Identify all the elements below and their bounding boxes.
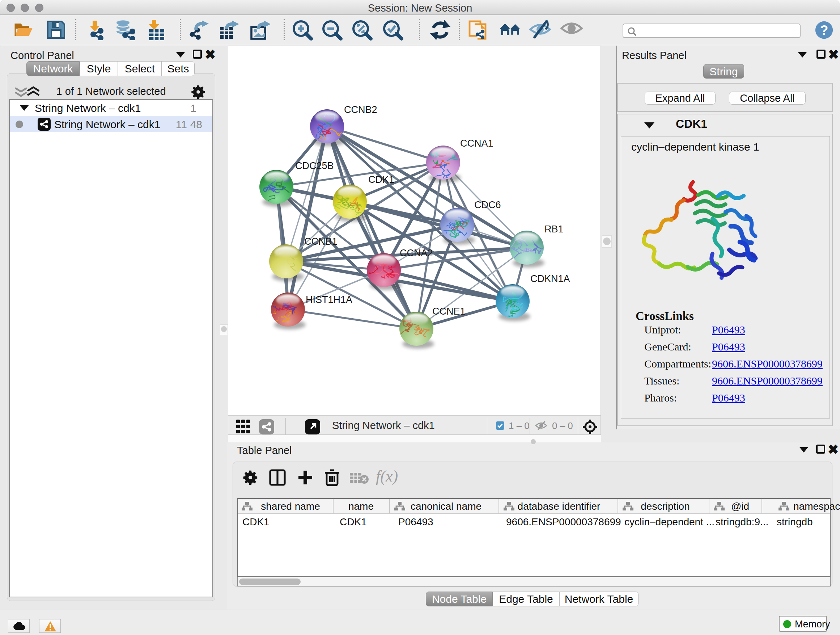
svg-text:CDK1: CDK1 (368, 174, 394, 185)
svg-text:CCNA1: CCNA1 (460, 138, 493, 149)
svg-text:?: ? (820, 22, 829, 38)
svg-text:CCNA2: CCNA2 (400, 248, 433, 258)
svg-text:CCNE1: CCNE1 (432, 306, 466, 317)
svg-text:HIST1H1A: HIST1H1A (306, 295, 352, 305)
svg-text:CDC25B: CDC25B (295, 160, 334, 171)
svg-text:CDKN1A: CDKN1A (531, 273, 570, 284)
svg-text:CCNB2: CCNB2 (344, 104, 377, 115)
svg-text:CCNB1: CCNB1 (304, 236, 338, 247)
svg-text:RB1: RB1 (545, 224, 564, 234)
svg-text:CDC6: CDC6 (474, 200, 501, 211)
